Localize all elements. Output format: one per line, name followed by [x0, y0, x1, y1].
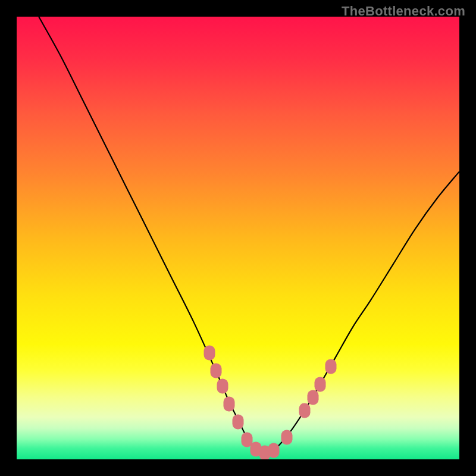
- data-marker: [224, 397, 235, 412]
- data-marker: [233, 414, 244, 429]
- watermark-text: TheBottleneck.com: [342, 4, 465, 19]
- data-marker: [217, 379, 228, 394]
- data-marker: [314, 377, 325, 392]
- data-marker: [203, 346, 215, 361]
- data-marker: [281, 430, 292, 444]
- data-marker: [268, 443, 279, 458]
- data-marker: [325, 359, 337, 374]
- curve-path: [39, 17, 459, 453]
- data-marker: [210, 364, 221, 378]
- bottleneck-curve: [17, 17, 459, 459]
- data-marker: [308, 390, 319, 405]
- plot-area: [17, 17, 459, 459]
- data-marker: [299, 403, 310, 418]
- chart-frame: TheBottleneck.com: [0, 0, 476, 476]
